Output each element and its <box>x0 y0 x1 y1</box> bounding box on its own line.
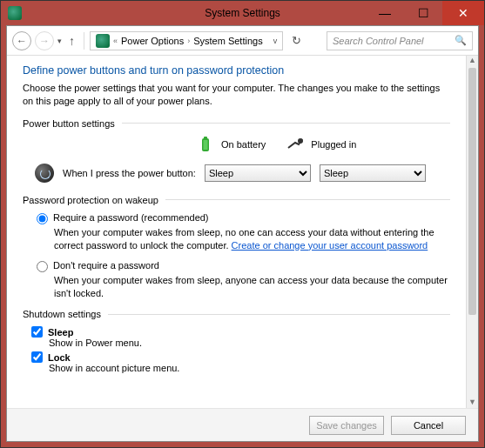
back-button[interactable]: ← <box>12 31 31 50</box>
content-frame: ← → ▾ ↑ « Power Options › System Setting… <box>6 25 479 442</box>
checkbox-sleep-label: Sleep <box>48 327 73 338</box>
scrollbar[interactable]: ▲ ▼ <box>466 56 478 408</box>
checkbox-sleep-row[interactable]: Sleep <box>31 326 450 338</box>
scroll-down-icon[interactable]: ▼ <box>467 398 478 408</box>
svg-rect-2 <box>204 140 208 150</box>
radio-require-password: Require a password (recommended) When yo… <box>37 212 450 252</box>
radio-dont-label: Don't require a password <box>53 260 159 271</box>
battery-icon <box>197 136 214 153</box>
radio-dont-require-password: Don't require a password When your compu… <box>37 260 450 300</box>
section-label: Shutdown settings <box>23 309 101 319</box>
page-description: Choose the power settings that you want … <box>23 82 450 108</box>
refresh-button[interactable]: ↻ <box>286 34 306 47</box>
breadcrumb-dropdown-icon[interactable]: v <box>273 37 278 45</box>
save-button[interactable]: Save changes <box>309 416 384 435</box>
col-battery-label: On battery <box>221 139 266 150</box>
radio-require-row[interactable]: Require a password (recommended) <box>37 212 450 224</box>
search-input[interactable]: Search Control Panel 🔍 <box>327 31 473 50</box>
svg-point-3 <box>298 138 303 144</box>
search-icon: 🔍 <box>455 35 467 46</box>
scrollbar-thumb[interactable] <box>468 68 476 315</box>
section-label: Power button settings <box>23 118 115 129</box>
svg-rect-1 <box>204 137 207 139</box>
radio-require[interactable] <box>37 213 48 224</box>
titlebar: System Settings — ☐ ✕ <box>1 1 484 25</box>
control-panel-icon <box>96 34 110 48</box>
section-label: Password protection on wakeup <box>23 195 158 205</box>
footer: Save changes Cancel <box>7 408 478 441</box>
col-plugged-label: Plugged in <box>311 139 356 150</box>
breadcrumb[interactable]: « Power Options › System Settings v <box>90 31 283 50</box>
chevron-right-icon: › <box>187 37 190 45</box>
power-columns: On battery Plugged in <box>197 136 450 153</box>
power-battery-select[interactable]: Sleep <box>205 164 311 182</box>
breadcrumb-item[interactable]: Power Options <box>121 36 184 46</box>
checkbox-lock-row[interactable]: Lock <box>31 351 450 363</box>
radio-dont-row[interactable]: Don't require a password <box>37 260 450 272</box>
page-title: Define power buttons and turn on passwor… <box>23 64 450 77</box>
section-shutdown: Shutdown settings <box>23 309 450 319</box>
page: Define power buttons and turn on passwor… <box>7 56 466 408</box>
power-button-row: When I press the power button: Sleep Sle… <box>35 164 450 183</box>
checkbox-lock-desc: Show in account picture menu. <box>49 363 450 373</box>
divider <box>165 199 450 200</box>
cancel-button[interactable]: Cancel <box>391 416 466 435</box>
create-password-link[interactable]: Create or change your user account passw… <box>232 240 428 251</box>
minimize-button[interactable]: — <box>366 1 404 25</box>
section-power-button: Power button settings <box>23 118 450 129</box>
chevron-icon: « <box>113 37 118 45</box>
separator <box>84 32 84 50</box>
radio-dont-require[interactable] <box>37 261 48 272</box>
checkbox-sleep[interactable] <box>31 326 43 338</box>
plug-icon <box>286 136 304 153</box>
divider <box>122 123 450 124</box>
checkbox-lock-label: Lock <box>48 352 71 363</box>
history-dropdown-icon[interactable]: ▾ <box>57 37 62 45</box>
body-area: Define power buttons and turn on passwor… <box>7 56 478 408</box>
forward-button[interactable]: → <box>35 31 54 50</box>
checkbox-lock[interactable] <box>31 351 43 363</box>
breadcrumb-item[interactable]: System Settings <box>193 36 262 46</box>
search-placeholder: Search Control Panel <box>333 36 424 46</box>
caption-controls: — ☐ ✕ <box>366 1 484 25</box>
radio-dont-desc: When your computer wakes from sleep, any… <box>54 274 450 300</box>
navigation-bar: ← → ▾ ↑ « Power Options › System Setting… <box>7 26 478 56</box>
up-button[interactable]: ↑ <box>65 34 78 48</box>
section-password: Password protection on wakeup <box>23 195 450 205</box>
checkbox-lock-block: Lock Show in account picture menu. <box>31 351 450 373</box>
power-button-icon <box>35 164 54 183</box>
radio-require-desc: When your computer wakes from sleep, no … <box>54 226 450 252</box>
checkbox-sleep-block: Sleep Show in Power menu. <box>31 326 450 348</box>
checkbox-sleep-desc: Show in Power menu. <box>49 338 450 348</box>
window: System Settings — ☐ ✕ ← → ▾ ↑ « Power Op… <box>0 0 485 448</box>
close-button[interactable]: ✕ <box>442 1 484 25</box>
divider <box>108 314 450 315</box>
radio-require-label: Require a password (recommended) <box>53 212 209 223</box>
col-plugged: Plugged in <box>286 136 356 153</box>
power-plugged-select[interactable]: Sleep <box>320 164 426 182</box>
col-battery: On battery <box>197 136 266 153</box>
maximize-button[interactable]: ☐ <box>404 1 442 25</box>
power-button-row-label: When I press the power button: <box>63 168 196 178</box>
app-icon <box>8 6 22 20</box>
scroll-up-icon[interactable]: ▲ <box>467 56 478 66</box>
